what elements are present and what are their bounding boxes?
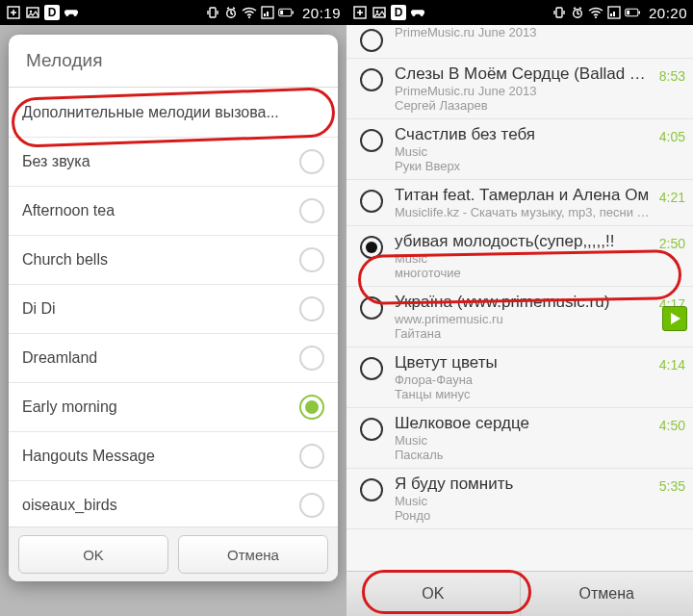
bottom-button-bar: OK Отмена [346, 571, 693, 616]
track-row[interactable]: убивая молодость(супер,,,,,!!Musicмногот… [346, 226, 693, 287]
track-album: Флора-Фауна [395, 372, 654, 387]
track-duration: 4:50 [659, 414, 685, 433]
svg-rect-10 [292, 12, 293, 14]
track-title: Счастлив без тебя [395, 125, 654, 144]
track-row[interactable]: Цветут цветыФлора-ФаунаТанцы минус4:14 [346, 347, 693, 408]
radio-icon[interactable] [299, 149, 324, 174]
radio-icon[interactable] [299, 493, 324, 518]
svg-rect-8 [267, 12, 269, 16]
track-artist: многоточие [395, 266, 654, 280]
track-duration: 5:35 [659, 475, 685, 494]
signal-icon [260, 5, 275, 20]
track-row[interactable]: Я буду помнитьMusicРондо5:35 [346, 469, 693, 529]
d-icon: D [391, 5, 406, 20]
track-row[interactable]: PrimeMusic.ru June 2013 [346, 25, 693, 59]
svg-rect-15 [556, 8, 562, 17]
track-row[interactable]: Україна (www.primemusic.ru)www.primemusi… [346, 287, 693, 347]
dialog-button-bar: OK Отмена [9, 526, 338, 581]
track-artist: Паскаль [395, 448, 654, 462]
gamepad-icon [64, 5, 79, 20]
gamepad-icon [410, 5, 425, 20]
more-ringtones-label: Дополнительные мелодии вызова... [22, 104, 324, 121]
track-duration: 4:21 [659, 186, 685, 205]
svg-point-17 [595, 16, 597, 18]
radio-icon[interactable] [360, 68, 383, 91]
status-clock: 20:20 [649, 5, 687, 21]
track-artist: Гайтана [395, 326, 654, 341]
radio-icon[interactable] [299, 346, 324, 371]
radio-icon[interactable] [360, 190, 383, 213]
radio-icon[interactable] [299, 198, 324, 223]
play-icon[interactable] [662, 306, 687, 331]
ringtone-row[interactable]: Church bells [9, 235, 338, 284]
radio-icon[interactable] [360, 296, 383, 320]
signal-icon [606, 5, 622, 20]
ok-button[interactable]: OK [18, 535, 168, 574]
battery-icon [625, 5, 640, 20]
track-row[interactable]: Шелковое сердцеMusicПаскаль4:50 [346, 408, 693, 469]
track-title: Цветут цветы [395, 353, 654, 372]
ringtone-row[interactable]: oiseaux_birds [9, 480, 338, 526]
ringtone-row[interactable]: Early morning [9, 382, 338, 431]
svg-rect-22 [638, 12, 639, 14]
track-row[interactable]: Титан feat. Тамерлан и Алена ОмMusiclife… [346, 180, 693, 226]
radio-icon[interactable] [360, 129, 383, 152]
track-album: PrimeMusic.ru June 2013 [395, 25, 685, 39]
more-ringtones-row[interactable]: Дополнительные мелодии вызова... [9, 88, 338, 137]
status-clock: 20:19 [302, 5, 341, 21]
svg-point-2 [30, 11, 32, 13]
track-duration: 4:14 [659, 353, 685, 372]
battery-icon [278, 5, 294, 20]
ringtone-list[interactable]: Дополнительные мелодии вызова... Без зву… [9, 88, 338, 526]
radio-icon[interactable] [360, 357, 383, 380]
radio-icon[interactable] [299, 395, 324, 420]
svg-rect-11 [280, 11, 283, 14]
ringtone-row[interactable]: Hangouts Message [9, 431, 338, 480]
track-list[interactable]: PrimeMusic.ru June 2013Слезы В Моём Серд… [346, 25, 693, 571]
track-title: Титан feat. Тамерлан и Алена Ом [395, 186, 654, 205]
track-title: убивая молодость(супер,,,,,!! [395, 232, 654, 251]
ok-button[interactable]: OK [346, 572, 521, 616]
wifi-icon [242, 5, 257, 20]
track-duration: 8:53 [659, 64, 685, 84]
track-artist: Сергей Лазарев [395, 98, 654, 113]
radio-icon[interactable] [360, 478, 383, 501]
track-album: Musiclife.kz - Скачать музыку, mp3, песн… [395, 205, 654, 219]
alarm-icon [223, 5, 239, 20]
track-artist: Танцы минус [395, 387, 654, 401]
track-row[interactable]: Счастлив без тебяMusicРуки Вверх4:05 [346, 119, 693, 180]
radio-icon[interactable] [360, 418, 383, 441]
track-album: PrimeMusic.ru June 2013 [395, 84, 654, 98]
track-title: Я буду помнить [395, 475, 654, 494]
track-album: www.primemusic.ru [395, 312, 654, 326]
track-duration: 4:05 [659, 125, 685, 144]
radio-icon[interactable] [299, 296, 324, 321]
radio-icon[interactable] [360, 29, 383, 52]
track-duration: 2:50 [659, 232, 685, 251]
gallery-icon [372, 5, 387, 20]
svg-point-14 [376, 11, 378, 13]
radio-icon[interactable] [299, 444, 324, 469]
svg-rect-23 [627, 11, 629, 14]
ringtone-row[interactable]: Afternoon tea [9, 186, 338, 235]
d-icon: D [44, 5, 60, 20]
plus-icon [352, 5, 368, 20]
cancel-button[interactable]: Отмена [521, 572, 694, 616]
track-title: Україна (www.primemusic.ru) [395, 293, 654, 312]
status-bar: D 20:19 [0, 0, 346, 25]
track-title: Шелковое сердце [395, 414, 654, 433]
ringtone-row[interactable]: Dreamland [9, 333, 338, 382]
track-row[interactable]: Слезы В Моём Сердце (Ballad VerPrimeMusi… [346, 59, 693, 119]
track-album: Music [395, 433, 654, 448]
radio-icon[interactable] [360, 236, 383, 259]
plus-icon [6, 5, 21, 20]
cancel-button[interactable]: Отмена [178, 535, 328, 574]
ringtone-dialog: Мелодия Дополнительные мелодии вызова...… [9, 35, 338, 581]
ringtone-row[interactable]: Di Di [9, 284, 338, 333]
track-title: Слезы В Моём Сердце (Ballad Ver [395, 64, 654, 84]
radio-icon[interactable] [299, 247, 324, 272]
ringtone-row[interactable]: Без звука [9, 137, 338, 186]
track-artist: Руки Вверх [395, 159, 654, 173]
track-album: Music [395, 494, 654, 508]
gallery-icon [25, 5, 40, 20]
